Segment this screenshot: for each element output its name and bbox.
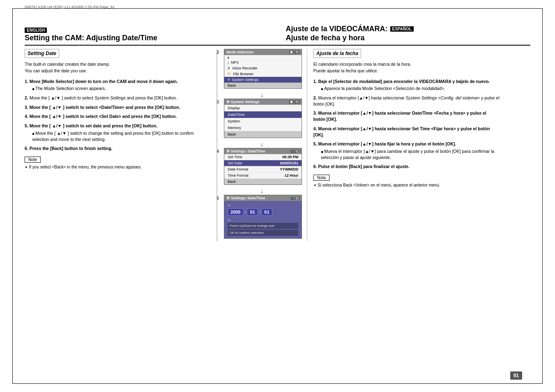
screen-num-4: 4 xyxy=(216,149,219,154)
step-es-6: 6. Pulse el botón [Back] para finalizar … xyxy=(313,164,500,170)
right-column: Ajuste de la fecha El calendario incorpo… xyxy=(307,49,500,241)
screen-5: ⚙ Settings: Date/Time □ 01 S... 2005 / 0… xyxy=(224,195,302,239)
step-es-5: 5. Mueva el interruptor [▲/▼] hasta fija… xyxy=(313,141,500,160)
arrow-1: ↓ xyxy=(260,92,263,98)
title-es: Ajuste de la VIDEOCÁMARA: xyxy=(286,25,388,34)
section-title-en: Setting Date xyxy=(25,49,59,58)
arrow-3: ↓ xyxy=(260,188,263,194)
step-en-3: 3. Move the [ ▲/▼ ] switch to select <Da… xyxy=(25,104,210,111)
screen-3: ⚙ System Settings ▣ 01 Display Date/Time… xyxy=(224,99,302,138)
screen-num-2: 2 xyxy=(216,50,219,55)
intro-es: El calendario incorporado crea la marca … xyxy=(313,61,500,74)
title-en: Setting the CAM: Adjusting Date/Time xyxy=(25,34,269,43)
screen-num-3: 3 xyxy=(216,99,219,104)
step-es-4: 4. Mueva el interruptor [▲/▼] hasta sele… xyxy=(313,126,500,138)
subtitle-es: Ajuste de fecha y hora xyxy=(286,34,531,43)
step-es-1: 1. Baje el [Selector de modalidad] para … xyxy=(313,78,500,92)
step-en-6: 6. Press the [Back] button to finish set… xyxy=(25,145,210,152)
section-title-es: Ajuste de la fecha xyxy=(313,49,361,58)
screen-2: Mode Selection ▣ 01 ▲ ♩ MP3 🎙 Voice Reco… xyxy=(224,49,302,89)
page-number: 91 xyxy=(510,371,522,380)
arrow-2: ↓ xyxy=(260,141,263,147)
step-en-1: 1. Move [Mode Selector] down to turn on … xyxy=(25,78,210,92)
note-es: Nota Si selecciona Back <Volver> en el m… xyxy=(313,175,500,188)
screen-4: ⚙ Settings: Date/Time □ 01 Set Time06:39… xyxy=(224,148,302,185)
screen-num-5: 5 xyxy=(216,196,219,201)
lang-badge-en: ENGLISH xyxy=(25,28,47,33)
step-en-5: 5. Move the [ ▲/▼ ] switch to set date a… xyxy=(25,123,210,142)
step-es-2: 2. Mueva el interruptor [▲/▼] hasta sele… xyxy=(313,95,500,107)
corner-text: 00876J X105 UK+ESP~111 6/10/05 1:55 PM P… xyxy=(25,5,115,9)
lang-badge-es: ESPAÑOL xyxy=(390,26,414,32)
step-en-4: 4. Move the [ ▲/▼ ] switch to select <Se… xyxy=(25,113,210,120)
intro-en: The built-in calendar creates the date s… xyxy=(25,61,210,74)
note-en: Note If you select <Back> in the menu, t… xyxy=(25,157,210,170)
step-en-2: 2. Move the [ ▲/▼ ] switch to select Sys… xyxy=(25,95,210,101)
step-es-3: 3. Mueva el interruptor [▲/▼] hasta sele… xyxy=(313,110,500,122)
